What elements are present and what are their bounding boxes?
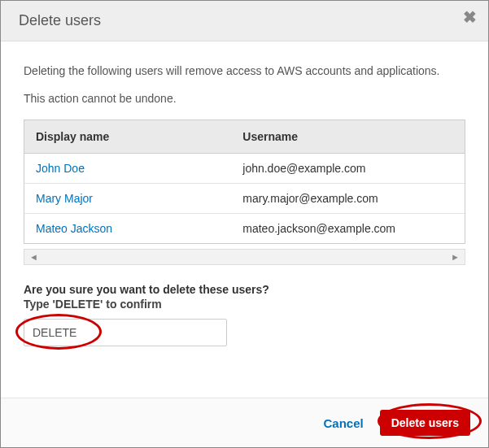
confirm-input[interactable] — [24, 319, 227, 346]
warning-text: This action cannot be undone. — [24, 92, 465, 105]
delete-users-modal: Delete users ✖ Deleting the following us… — [0, 0, 489, 448]
user-link[interactable]: Mary Major — [36, 192, 93, 205]
table-row: Mateo Jackson mateo.jackson@example.com — [24, 214, 465, 244]
user-username: mary.major@example.com — [231, 184, 465, 214]
close-icon[interactable]: ✖ — [463, 9, 477, 25]
user-link[interactable]: Mateo Jackson — [36, 222, 112, 235]
intro-text: Deleting the following users will remove… — [24, 64, 465, 77]
users-table-wrap: Display name Username John Doe john.doe@… — [24, 120, 465, 244]
scroll-left-icon[interactable]: ◄ — [29, 252, 38, 262]
modal-body: Deleting the following users will remove… — [1, 41, 488, 398]
scroll-right-icon[interactable]: ► — [451, 252, 460, 262]
users-table: Display name Username John Doe john.doe@… — [24, 120, 465, 243]
confirm-question: Are you sure you want to delete these us… — [24, 283, 465, 296]
modal-footer: Cancel Delete users — [1, 398, 488, 447]
user-link[interactable]: John Doe — [36, 162, 85, 175]
horizontal-scrollbar[interactable]: ◄ ► — [24, 249, 465, 265]
table-row: John Doe john.doe@example.com — [24, 154, 465, 184]
col-username: Username — [231, 120, 465, 154]
table-row: Mary Major mary.major@example.com — [24, 184, 465, 214]
confirm-input-row — [24, 319, 227, 346]
modal-header: Delete users ✖ — [1, 1, 488, 41]
cancel-button[interactable]: Cancel — [321, 411, 367, 435]
user-username: john.doe@example.com — [231, 154, 465, 184]
col-display-name: Display name — [24, 120, 231, 154]
confirm-hint: Type 'DELETE' to confirm — [24, 298, 465, 311]
delete-users-button[interactable]: Delete users — [380, 410, 470, 436]
modal-title: Delete users — [19, 12, 101, 28]
user-username: mateo.jackson@example.com — [231, 214, 465, 244]
